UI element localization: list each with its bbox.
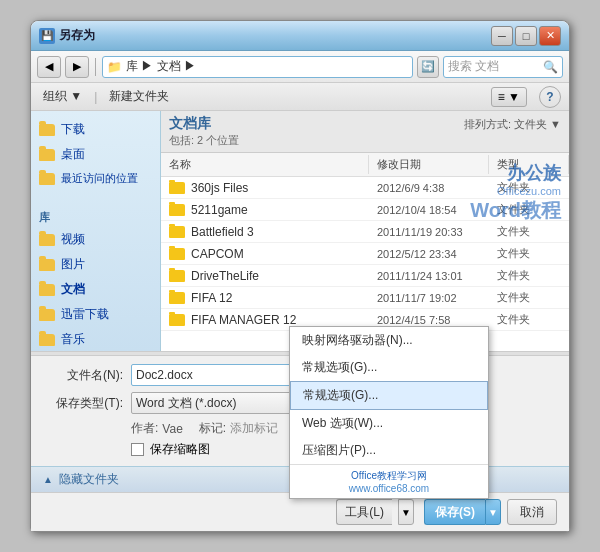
save-button[interactable]: 保存(S) [424,499,485,525]
library-title: 文档库 [169,115,239,133]
sidebar-item-music[interactable]: 音乐 [31,327,160,351]
folder-icon [169,226,185,238]
sidebar-label: 文档 [61,281,85,298]
file-name-cell: Battlefield 3 [161,222,369,242]
folder-icon [169,314,185,326]
sidebar-item-video[interactable]: 视频 [31,227,160,252]
folder-icon: 📁 [107,60,122,74]
file-row[interactable]: 360js Files 2012/6/9 4:38 文件夹 [161,177,569,199]
menu-item-general-options-1[interactable]: 常规选项(G)... [290,354,488,381]
sidebar-label: 音乐 [61,331,85,348]
menu-item-web-options[interactable]: Web 选项(W)... [290,410,488,437]
address-text: 库 ▶ 文档 ▶ [126,58,196,75]
tags-label: 标记: [199,420,226,437]
sidebar-item-desktop[interactable]: 桌面 [31,142,160,167]
file-row[interactable]: FIFA 12 2011/11/7 19:02 文件夹 [161,287,569,309]
column-headers: 名称 修改日期 类型 [161,153,569,177]
navigation-toolbar: ◀ ▶ 📁 库 ▶ 文档 ▶ 🔄 搜索 文档 🔍 [31,51,569,83]
file-list-header: 文档库 包括: 2 个位置 排列方式: 文件夹 ▼ [161,111,569,153]
new-folder-button[interactable]: 新建文件夹 [105,86,173,107]
watermark3-area: Office教程学习网 www.office68.com [290,464,488,498]
tags-field: 标记: 添加标记 [199,420,278,437]
thumbnail-checkbox[interactable] [131,443,144,456]
col-type[interactable]: 类型 [489,155,569,174]
view-icon: ≡ ▼ [498,90,520,104]
sidebar-label: 迅雷下载 [61,306,109,323]
file-name-cell: DriveTheLife [161,266,369,286]
help-button[interactable]: ? [539,86,561,108]
filetype-label: 保存类型(T): [43,395,123,412]
menu-item-map-drive[interactable]: 映射网络驱动器(N)... [290,327,488,354]
window-icon: 💾 [39,28,55,44]
sidebar-section-library: 库 [31,206,160,227]
title-bar: 💾 另存为 ─ □ ✕ [31,21,569,51]
folder-icon [39,309,55,321]
folder-icon [169,204,185,216]
address-bar[interactable]: 📁 库 ▶ 文档 ▶ [102,56,413,78]
maximize-button[interactable]: □ [515,26,537,46]
collapse-icon: ▲ [43,474,53,485]
title-controls: ─ □ ✕ [491,26,561,46]
col-name[interactable]: 名称 [161,155,369,174]
refresh-button[interactable]: 🔄 [417,56,439,78]
filetype-value: Word 文档 (*.docx) [136,395,236,412]
organize-button[interactable]: 组织 ▼ [39,86,86,107]
sidebar-label: 下载 [61,121,85,138]
context-menu: 映射网络驱动器(N)... 常规选项(G)... 常规选项(G)... Web … [289,326,489,499]
sidebar-label: 图片 [61,256,85,273]
file-list-area: 文档库 包括: 2 个位置 排列方式: 文件夹 ▼ 办公族 Officezu.c… [161,111,569,351]
author-label: 作者: [131,420,158,437]
secondary-toolbar: 组织 ▼ | 新建文件夹 ≡ ▼ ? [31,83,569,111]
sidebar-item-thunder[interactable]: 迅雷下载 [31,302,160,327]
sidebar-label: 桌面 [61,146,85,163]
thumbnail-label: 保存缩略图 [150,441,210,458]
folder-icon [169,292,185,304]
file-name-cell: CAPCOM [161,244,369,264]
search-placeholder: 搜索 文档 [448,58,499,75]
back-button[interactable]: ◀ [37,56,61,78]
bottom-buttons: 工具(L) ▼ 保存(S) ▼ 取消 映射网络驱动器(N)... 常规选项(G)… [31,492,569,531]
tools-dropdown-arrow[interactable]: ▼ [398,499,414,525]
sidebar-item-documents[interactable]: 文档 [31,277,160,302]
folder-icon [39,259,55,271]
cancel-button[interactable]: 取消 [507,499,557,525]
search-box[interactable]: 搜索 文档 🔍 [443,56,563,78]
close-button[interactable]: ✕ [539,26,561,46]
save-button-group: 保存(S) ▼ [424,499,501,525]
sidebar-label: 视频 [61,231,85,248]
view-button[interactable]: ≡ ▼ [491,87,527,107]
sidebar: 下载 桌面 最近访问的位置 库 视频 图片 文档 [31,111,161,351]
folder-icon [169,270,185,282]
file-row[interactable]: DriveTheLife 2011/11/24 13:01 文件夹 [161,265,569,287]
sidebar-item-download[interactable]: 下载 [31,117,160,142]
watermark3-line2: www.office68.com [298,483,480,494]
file-name-cell: FIFA 12 [161,288,369,308]
folder-icon [39,284,55,296]
file-name-cell: 5211game [161,200,369,220]
file-name-cell: 360js Files [161,178,369,198]
forward-button[interactable]: ▶ [65,56,89,78]
tools-button[interactable]: 工具(L) [336,499,392,525]
file-row[interactable]: Battlefield 3 2011/11/19 20:33 文件夹 [161,221,569,243]
sidebar-item-pictures[interactable]: 图片 [31,252,160,277]
author-field: 作者: Vae [131,420,183,437]
save-dropdown-arrow[interactable]: ▼ [485,499,501,525]
menu-item-general-options-highlighted[interactable]: 常规选项(G)... [290,381,488,410]
library-subtitle: 包括: 2 个位置 [169,133,239,148]
sort-label[interactable]: 排列方式: 文件夹 ▼ [464,117,561,132]
folder-icon [169,182,185,194]
tags-input[interactable]: 添加标记 [230,420,278,437]
separator: | [94,90,97,104]
menu-item-compress-images[interactable]: 压缩图片(P)... [290,437,488,464]
folder-icon [39,334,55,346]
sidebar-item-recent[interactable]: 最近访问的位置 [31,167,160,190]
file-row[interactable]: 5211game 2012/10/4 18:54 文件夹 [161,199,569,221]
watermark3-line1: Office教程学习网 [298,469,480,483]
filename-label: 文件名(N): [43,367,123,384]
minimize-button[interactable]: ─ [491,26,513,46]
folder-icon [169,248,185,260]
file-row-capcom[interactable]: CAPCOM 2012/5/12 23:34 文件夹 [161,243,569,265]
author-value: Vae [162,422,182,436]
folder-icon [39,173,55,185]
col-date[interactable]: 修改日期 [369,155,489,174]
